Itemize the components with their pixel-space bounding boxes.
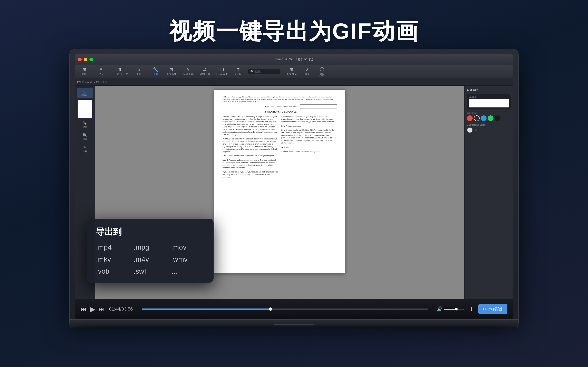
export-overlay: 导出到 .mp4 .mpg .mov .mkv .m4v .wmv .vob .…	[87, 219, 214, 283]
toolbar-home[interactable]: ⌂ 主页	[132, 66, 146, 77]
edit-label: ✂ 编辑	[488, 306, 502, 312]
pdf-col-right: If you hold more than one job, you may n…	[281, 115, 337, 180]
toolbar: ⊞ 面板 ≡ 格式 ⇅ 上一页/下一页 ⌂ 主页	[75, 65, 513, 78]
volume-fill	[444, 309, 456, 310]
properties-icon: ⓘ	[320, 67, 324, 72]
ocr-icon: T	[237, 67, 240, 72]
toolbar-format[interactable]: ≡ 格式	[94, 66, 108, 77]
pdf-col-left: You must submit a Michigan withholding e…	[223, 115, 278, 180]
prevnext-icon: ⇅	[118, 67, 122, 72]
pdf-text: of Michigan. Keep a copy of this certifi…	[223, 96, 337, 180]
pdf-right-2: Line 7: You may desig...	[281, 125, 337, 127]
edit-button[interactable]: ✂ ✂ 编辑	[478, 304, 507, 314]
toolbar-sep-4	[282, 67, 282, 76]
toolbar-prevnext[interactable]: ⇅ 上一页/下一页	[109, 66, 131, 77]
toolbar-edit[interactable]: ✎ 编辑工具	[180, 66, 196, 77]
laptop-wrapper: mw4f_76761_7 (第 1/1 页) ⊞ 面板 ≡ 格式 ⇅	[69, 49, 519, 328]
time-display: 01:44/03:56	[109, 307, 133, 312]
format-wmv[interactable]: .wmv	[171, 255, 205, 263]
minimize-button[interactable]	[84, 58, 87, 61]
toolbar-ocr[interactable]: T OCR	[231, 67, 245, 76]
progress-bar[interactable]	[142, 309, 428, 310]
pdf-para-3: Line 5: If you check "Yes", enter your d…	[223, 155, 278, 157]
background-color-label: Background Color	[467, 124, 511, 126]
edit-icon: ✎	[186, 67, 190, 72]
bookmark-icon: 🔖	[83, 121, 87, 125]
toolbar-convert[interactable]: ⇄ 转档工具	[197, 66, 213, 77]
play-button[interactable]: ▶	[90, 305, 95, 313]
annot-icon: ✎	[83, 145, 86, 150]
format-mkv[interactable]: .mkv	[96, 255, 130, 263]
pdf-para-top: of Michigan. Keep a copy of this certifi…	[223, 96, 337, 103]
sidebar-thumbnail[interactable]: ⊞ 缩略图	[77, 88, 93, 98]
page-thumbnail[interactable]	[78, 100, 92, 118]
export-formats: .mp4 .mpg .mov .mkv .m4v .wmv .vob .swf …	[96, 243, 205, 275]
pdf-area: of Michigan. Keep a copy of this certifi…	[95, 86, 464, 319]
laptop-base	[69, 320, 519, 325]
toolbar-pages[interactable]: ⊡ 页面编辑	[163, 66, 180, 77]
pdf-right-4: Web Site	[281, 146, 337, 149]
search-icon: 🔍	[250, 70, 254, 73]
pdf-page: of Michigan. Keep a copy of this certifi…	[214, 90, 345, 273]
toolbar-share[interactable]: ↗ 分享	[300, 66, 314, 77]
page-title: 视频一键导出为GIF动画	[0, 0, 588, 47]
color-darkblack[interactable]	[495, 115, 501, 121]
pages-icon: ⊡	[170, 67, 173, 72]
fullscreen-button[interactable]	[89, 58, 93, 61]
volume-bar[interactable]	[444, 309, 465, 310]
content-area: ⊞ 缩略图 🔖 书签 🔍 搜索	[75, 86, 513, 319]
progress-thumb	[269, 308, 272, 311]
progress-fill	[142, 309, 270, 310]
laptop-stand	[69, 325, 519, 328]
home-icon: ⌂	[138, 67, 140, 72]
panel-icon: ⊞	[83, 67, 86, 72]
color-black-selected[interactable]	[474, 115, 480, 121]
toolbar-sep-2	[147, 67, 147, 76]
pdf-columns: You must submit a Michigan withholding e…	[223, 115, 337, 180]
no-color-indicator: ⊘	[474, 128, 477, 132]
format-m4v[interactable]: .m4v	[134, 255, 167, 263]
pdf-para-1: You must submit a Michigan withholding e…	[223, 115, 278, 136]
sidebar-search[interactable]: 🔍 搜索	[77, 132, 93, 142]
toolbar-view[interactable]: ⊞ 页面显示	[283, 66, 300, 77]
traffic-lights	[78, 58, 93, 61]
forward-button[interactable]: ⏭	[98, 306, 104, 313]
color-swatches	[467, 115, 511, 121]
window-title: mw4f_76761_7 (第 1/1 页)	[275, 57, 313, 62]
toolbar-properties[interactable]: ⓘ 属性	[315, 66, 329, 77]
laptop-body: mw4f_76761_7 (第 1/1 页) ⊞ 面板 ≡ 格式 ⇅	[69, 49, 519, 320]
thumbnail-icon: ⊞	[83, 89, 86, 93]
color-red[interactable]	[467, 115, 473, 121]
sub-toolbar: mw4f_76761_7 (第 1/1 页) +	[75, 78, 513, 86]
sidebar-bookmark[interactable]: 🔖 书签	[77, 120, 93, 130]
toolbar-panel[interactable]: ⊞ 面板	[77, 66, 91, 77]
color-blue[interactable]	[481, 115, 486, 121]
toolbar-tools[interactable]: 🔧 工具	[149, 66, 163, 77]
format-vob[interactable]: .vob	[96, 267, 130, 275]
upload-button[interactable]: ⬆	[469, 306, 474, 312]
format-swf[interactable]: .swf	[134, 267, 167, 275]
pdf-form-field: ▶ 11. Federal Employer Identification Nu…	[223, 104, 337, 108]
close-button[interactable]	[78, 58, 82, 61]
color-green[interactable]	[488, 115, 493, 121]
toolbar-forms[interactable]: ☐ Form表单	[214, 66, 231, 77]
format-mov[interactable]: .mov	[171, 243, 205, 251]
list-box: Sample	[467, 94, 511, 109]
pdf-right-3: Line 8: You may claim withholding ONLY i…	[281, 129, 337, 144]
scissors-icon: ✂	[483, 307, 487, 312]
volume-control: 🔊	[437, 307, 465, 312]
share-icon: ↗	[305, 67, 309, 72]
sample-label: Sample	[469, 96, 509, 98]
pdf-para-2: You MUST file a new MI-W4 within 10 days…	[223, 138, 278, 153]
search-bar[interactable]: 🔍 搜索	[248, 69, 281, 75]
tools-icon: 🔧	[153, 67, 158, 72]
right-panel-header: List Box	[467, 88, 511, 91]
format-more[interactable]: …	[171, 267, 205, 275]
sidebar-annot[interactable]: ✎ 注释	[77, 144, 93, 154]
rewind-button[interactable]: ⏮	[81, 306, 86, 313]
format-mp4[interactable]: .mp4	[96, 243, 130, 251]
bg-color-swatch[interactable]	[467, 127, 473, 133]
pdf-para-5: If you are married and you and your spou…	[223, 171, 278, 178]
format-mpg[interactable]: .mpg	[134, 243, 167, 251]
convert-icon: ⇄	[203, 67, 207, 72]
